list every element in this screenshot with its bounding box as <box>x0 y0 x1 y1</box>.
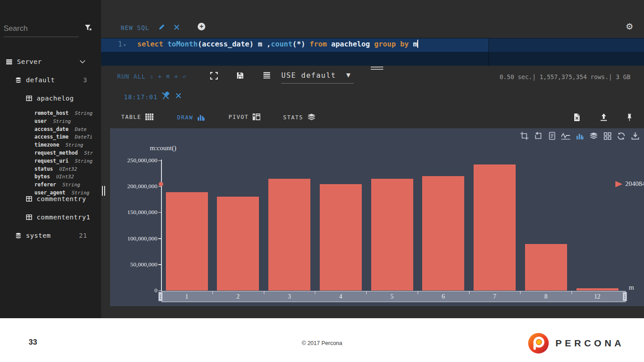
column-item[interactable]: userString <box>34 118 101 126</box>
pin-off-icon[interactable] <box>161 92 169 100</box>
result-tab-label: STATS <box>283 114 303 121</box>
column-item[interactable]: access_dateDate <box>34 126 101 134</box>
x-tick-label: 12 <box>594 293 601 300</box>
column-name: request_method <box>34 150 78 156</box>
chart-bar[interactable] <box>525 244 567 290</box>
y-tick-mark <box>158 290 161 291</box>
sql-code-line: select toMonth(access_date) m ,count(*) … <box>137 40 418 48</box>
download-icon[interactable] <box>631 132 640 140</box>
table-grid-icon <box>145 114 153 120</box>
pin-icon[interactable] <box>627 114 632 122</box>
sql-token: group by <box>374 40 413 48</box>
filter-clear-icon[interactable] <box>85 24 92 31</box>
save-icon[interactable] <box>237 72 244 79</box>
search-input[interactable] <box>4 22 79 37</box>
chart-bar[interactable] <box>268 179 310 290</box>
chart-bar[interactable] <box>576 288 619 290</box>
x-tick-label: 1 <box>185 293 188 300</box>
y-tick-mark <box>158 238 161 239</box>
x-range-selector[interactable] <box>161 291 626 302</box>
chart-bar[interactable] <box>217 197 259 290</box>
sidebar-item-system-db[interactable]: system 21 <box>15 232 98 239</box>
brush-handle-left[interactable] <box>158 292 163 301</box>
use-database-dropdown[interactable]: USE default▼ <box>281 71 354 84</box>
column-type: Date <box>75 126 87 132</box>
history-timestamp[interactable]: 18:17:01 <box>124 93 157 101</box>
settings-gear-icon[interactable]: ⚙ <box>626 21 633 31</box>
chart-toolbar <box>520 132 640 140</box>
query-tab-new-sql[interactable]: NEW SQL <box>121 24 149 31</box>
layers-icon[interactable] <box>589 132 598 140</box>
column-type: String <box>75 110 93 116</box>
sidebar-item-commententry[interactable]: commententry <box>26 195 86 202</box>
x-tick-label: 5 <box>390 293 394 300</box>
y-tick-label: 0 <box>110 287 157 294</box>
chart-bar[interactable] <box>422 176 464 290</box>
column-item[interactable]: refererString <box>34 181 101 189</box>
sql-token: (access_date) m , <box>198 40 271 48</box>
y-tick-mark <box>158 264 161 265</box>
line-chart-icon[interactable] <box>561 132 570 140</box>
table-name: apachelog <box>37 95 74 102</box>
list-menu-icon[interactable] <box>263 72 271 79</box>
column-name: referer <box>34 181 56 188</box>
column-type: Str <box>84 150 93 156</box>
sidebar-item-default-db[interactable]: default 3 <box>15 76 98 84</box>
x-tick-mark <box>418 291 418 294</box>
sidebar-resize-handle[interactable] <box>102 186 107 196</box>
edit-tab-icon[interactable] <box>158 24 165 30</box>
query-history-row: 18:17:01 <box>101 88 644 108</box>
result-tab-draw[interactable]: DRAW <box>177 114 205 121</box>
add-tab-button[interactable]: + <box>198 23 205 30</box>
column-item[interactable]: request_uriString <box>34 157 101 165</box>
crop-icon[interactable] <box>520 132 529 140</box>
close-tab-icon[interactable] <box>174 25 179 30</box>
column-item[interactable]: bytesUInt32 <box>34 173 101 181</box>
sidebar-item-server[interactable]: Server <box>6 58 95 65</box>
percona-logo: PERCONA <box>528 333 624 354</box>
rotate-icon[interactable] <box>534 132 542 140</box>
tabix-app-window: Server default 3 apachelog remote_hostSt… <box>0 0 644 318</box>
editor-active-line-shade <box>488 38 644 52</box>
x-tick-label: 4 <box>339 293 342 300</box>
chart-bar[interactable] <box>474 164 516 290</box>
y-tick-mark <box>158 212 161 213</box>
x-axis-unit-label: m <box>629 284 634 291</box>
chart-bar[interactable] <box>320 184 362 290</box>
column-item[interactable]: statusUInt32 <box>34 165 101 173</box>
grid-icon[interactable] <box>603 132 612 140</box>
run-all-button[interactable]: RUN ALL ⇧ + ⌘ + ⏎ <box>117 73 186 80</box>
x-tick-mark <box>264 291 264 294</box>
x-tick-label: 2 <box>237 293 240 300</box>
column-type: UInt32 <box>59 166 77 172</box>
result-tab-pivot[interactable]: PIVOT <box>229 114 260 120</box>
x-tick-mark <box>469 291 470 294</box>
file-export-icon[interactable] <box>574 114 580 121</box>
table-name: commententry <box>37 195 86 202</box>
column-item[interactable]: remote_hostString <box>34 109 101 118</box>
splitter-drag-handle[interactable] <box>371 67 383 71</box>
table-icon <box>26 196 32 202</box>
bar-chart-icon[interactable] <box>575 132 584 140</box>
column-item[interactable]: access_timeDateTi <box>34 133 101 141</box>
sql-token: (*) <box>292 40 310 48</box>
column-name: status <box>34 166 53 172</box>
result-tab-table[interactable]: TABLE <box>121 114 153 120</box>
sidebar-item-commententry1[interactable]: commententry1 <box>26 214 90 221</box>
fullscreen-icon[interactable] <box>210 72 218 80</box>
x-tick-label: 8 <box>544 293 547 300</box>
column-item[interactable]: timezoneString <box>34 141 101 149</box>
column-item[interactable]: request_methodStr <box>34 149 101 157</box>
result-tab-stats[interactable]: STATS <box>283 114 316 121</box>
refresh-icon[interactable] <box>617 132 626 140</box>
query-toolbar: RUN ALL ⇧ + ⌘ + ⏎ USE default▼ 0.50 sec.… <box>101 66 644 88</box>
chart-bar[interactable] <box>166 192 208 290</box>
sql-editor[interactable]: 1▼ select toMonth(access_date) m ,count(… <box>101 38 644 66</box>
brush-handle-right[interactable] <box>623 292 627 301</box>
document-icon[interactable] <box>547 132 556 140</box>
close-history-icon[interactable] <box>176 93 181 98</box>
upload-icon[interactable] <box>600 114 607 121</box>
x-tick-mark <box>572 291 572 294</box>
sidebar-item-apachelog[interactable]: apachelog <box>26 95 74 102</box>
chart-bar[interactable] <box>371 179 413 290</box>
